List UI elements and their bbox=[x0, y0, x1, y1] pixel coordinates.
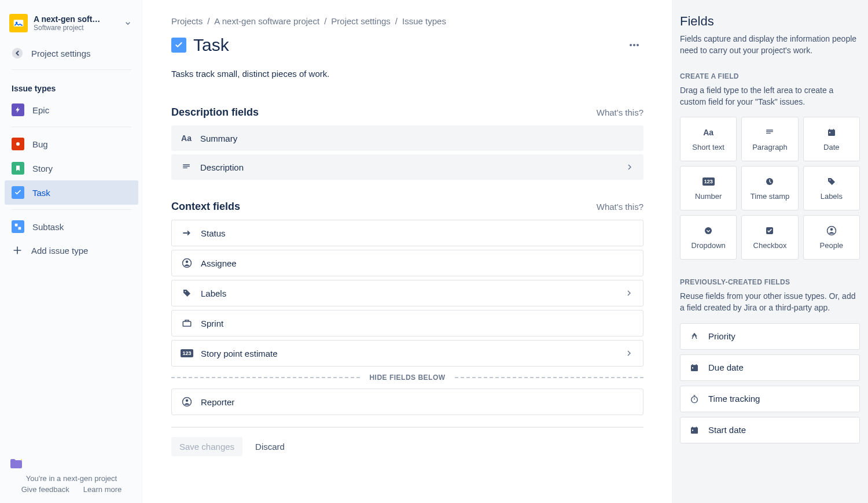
field-row-story-point-estimate[interactable]: 123Story point estimate bbox=[171, 340, 643, 367]
sidebar-item-task[interactable]: Task bbox=[5, 180, 138, 205]
field-row-assignee[interactable]: Assignee bbox=[171, 250, 643, 276]
svg-rect-15 bbox=[828, 130, 835, 136]
fields-panel-description: Fields capture and display the informati… bbox=[680, 34, 860, 56]
breadcrumb: Projects/A next-gen software project/Pro… bbox=[171, 16, 643, 26]
svg-point-22 bbox=[830, 228, 833, 231]
more-actions-button[interactable] bbox=[625, 36, 643, 54]
field-row-reporter[interactable]: Reporter bbox=[171, 389, 643, 415]
create-field-hint: Drag a field type to the left area to cr… bbox=[680, 85, 860, 108]
field-row-status[interactable]: Status bbox=[171, 220, 643, 246]
tag-icon bbox=[826, 176, 837, 187]
field-type-paragraph[interactable]: Paragraph bbox=[741, 117, 798, 161]
svg-rect-12 bbox=[183, 321, 191, 326]
para-icon bbox=[181, 161, 192, 173]
svg-rect-23 bbox=[691, 365, 698, 371]
page-title: Task bbox=[193, 35, 229, 55]
chevron-right-icon bbox=[625, 162, 634, 172]
svg-point-25 bbox=[692, 397, 698, 403]
svg-point-7 bbox=[633, 44, 635, 46]
context-fields-list: StatusAssigneeLabelsSprint123Story point… bbox=[171, 220, 643, 367]
main-content: Projects/A next-gen software project/Pro… bbox=[144, 0, 671, 503]
context-fields-heading: Context fields bbox=[171, 201, 240, 213]
field-type-people[interactable]: People bbox=[803, 215, 860, 260]
check-icon bbox=[764, 225, 775, 236]
check-icon bbox=[12, 186, 24, 199]
people-icon bbox=[826, 225, 837, 236]
svg-rect-16 bbox=[829, 132, 830, 134]
field-type-number[interactable]: 123Number bbox=[680, 166, 737, 210]
timer-icon bbox=[689, 393, 700, 405]
whats-this-link[interactable]: What's this? bbox=[597, 202, 643, 212]
breadcrumb-item[interactable]: Project settings bbox=[331, 16, 391, 26]
clock-icon bbox=[764, 176, 775, 187]
field-label: Summary bbox=[200, 134, 237, 143]
field-type-label: Time stamp bbox=[751, 192, 789, 201]
field-label: Reporter bbox=[201, 397, 234, 407]
issue-type-description: Tasks track small, distinct pieces of wo… bbox=[171, 69, 643, 79]
svg-point-19 bbox=[705, 227, 712, 234]
whats-this-link[interactable]: What's this? bbox=[597, 108, 643, 117]
add-issue-type-label: Add issue type bbox=[31, 246, 88, 256]
fields-panel-title: Fields bbox=[680, 14, 860, 29]
back-to-project-settings[interactable]: Project settings bbox=[5, 42, 138, 65]
field-type-label: Labels bbox=[821, 192, 843, 201]
chevron-down-icon bbox=[122, 17, 134, 29]
field-type-time-stamp[interactable]: Time stamp bbox=[741, 166, 798, 210]
give-feedback-link[interactable]: Give feedback bbox=[21, 485, 69, 494]
num-icon: 123 bbox=[181, 347, 193, 359]
hidden-fields-list: Reporter bbox=[171, 389, 643, 415]
sidebar-item-bug[interactable]: Bug bbox=[5, 132, 138, 156]
project-name: A next-gen soft… bbox=[34, 14, 116, 24]
prev-field-due-date[interactable]: Due date bbox=[680, 354, 860, 381]
issue-type-label: Epic bbox=[32, 105, 49, 115]
hide-fields-divider: HIDE FIELDS BELOW bbox=[171, 373, 643, 382]
discard-button[interactable]: Discard bbox=[247, 437, 293, 456]
prev-field-start-date[interactable]: Start date bbox=[680, 417, 860, 443]
project-switcher[interactable]: A next-gen soft… Software project bbox=[5, 14, 138, 42]
project-avatar bbox=[9, 14, 28, 32]
field-type-checkbox[interactable]: Checkbox bbox=[741, 215, 798, 260]
field-label: Description bbox=[200, 162, 244, 172]
prev-field-priority[interactable]: Priority bbox=[680, 323, 860, 350]
sidebar-footer: You're in a next-gen project Give feedba… bbox=[5, 449, 138, 494]
previous-fields-heading: PREVIOUSLY-CREATED FIELDS bbox=[680, 278, 860, 286]
sidebar-item-story[interactable]: Story bbox=[5, 156, 138, 180]
field-type-short-text[interactable]: AaShort text bbox=[680, 117, 737, 161]
sidebar-item-epic[interactable]: Epic bbox=[5, 98, 138, 122]
save-changes-button[interactable]: Save changes bbox=[171, 437, 242, 456]
subtask-label: Subtask bbox=[32, 222, 64, 232]
field-type-labels[interactable]: Labels bbox=[803, 166, 860, 210]
field-type-label: Paragraph bbox=[752, 143, 788, 151]
svg-point-2 bbox=[12, 48, 23, 58]
issue-type-list: EpicBugStoryTask bbox=[5, 98, 138, 205]
breadcrumb-item[interactable]: Projects bbox=[171, 16, 203, 26]
prev-field-label: Start date bbox=[708, 425, 746, 435]
svg-point-18 bbox=[829, 180, 830, 181]
field-row-labels[interactable]: Labels bbox=[171, 280, 643, 306]
task-title-icon bbox=[171, 38, 186, 53]
sidebar-item-subtask[interactable]: Subtask bbox=[5, 214, 138, 239]
prev-field-label: Priority bbox=[708, 331, 735, 341]
field-label: Assignee bbox=[201, 258, 237, 268]
date-icon bbox=[689, 424, 700, 436]
field-type-label: Checkbox bbox=[753, 241, 787, 250]
Aa-icon: Aa bbox=[703, 127, 714, 138]
prev-field-time-tracking[interactable]: Time tracking bbox=[680, 386, 860, 412]
field-row-description[interactable]: Description bbox=[171, 154, 643, 180]
breadcrumb-item[interactable]: Issue types bbox=[402, 16, 446, 26]
drop-icon bbox=[703, 225, 714, 236]
field-row-sprint[interactable]: Sprint bbox=[171, 310, 643, 336]
add-issue-type-button[interactable]: Add issue type bbox=[5, 239, 138, 262]
divider bbox=[12, 209, 131, 210]
breadcrumb-item[interactable]: A next-gen software project bbox=[214, 16, 319, 26]
num-icon: 123 bbox=[703, 176, 714, 187]
field-label: Sprint bbox=[201, 319, 223, 328]
field-type-label: Date bbox=[823, 143, 839, 151]
issue-type-label: Task bbox=[32, 188, 50, 198]
field-type-date[interactable]: Date bbox=[803, 117, 860, 161]
create-field-heading: CREATE A FIELD bbox=[680, 72, 860, 80]
field-type-dropdown[interactable]: Dropdown bbox=[680, 215, 737, 260]
field-row-summary[interactable]: AaSummary bbox=[171, 125, 643, 151]
svg-point-3 bbox=[16, 142, 20, 146]
learn-more-link[interactable]: Learn more bbox=[83, 485, 122, 494]
